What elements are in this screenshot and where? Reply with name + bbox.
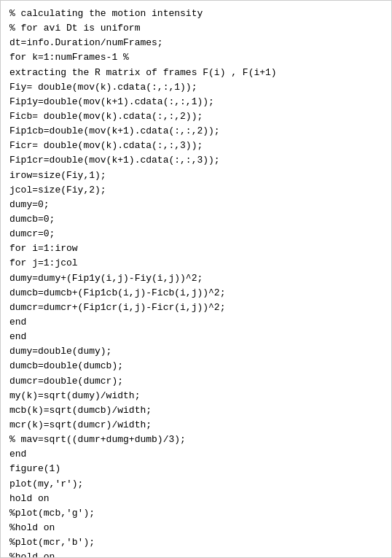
list-item: end bbox=[9, 330, 383, 344]
list-item: jcol=size(Fiy,2); bbox=[9, 183, 383, 198]
list-item: dt=info.Duration/numFrames; bbox=[9, 36, 383, 50]
list-item: dumcb=0; bbox=[9, 212, 383, 227]
list-item: dumcr=0; bbox=[9, 227, 383, 241]
list-item: figure(1) bbox=[9, 462, 383, 476]
list-item: dumcr=dumcr+(Fip1cr(i,j)-Ficr(i,j))^2; bbox=[9, 301, 383, 315]
list-item: dumy=0; bbox=[9, 198, 383, 212]
list-item: mcr(k)=sqrt(dumcr)/width; bbox=[9, 418, 383, 433]
list-item: Fip1cr=double(mov(k+1).cdata(:,:,3)); bbox=[9, 153, 383, 168]
list-item: for i=1:irow bbox=[9, 241, 383, 256]
list-item: end bbox=[9, 447, 383, 462]
list-item: % for avi Dt is uniform bbox=[9, 21, 383, 36]
list-item: for j=1:jcol bbox=[9, 256, 383, 271]
list-item: Ficb= double(mov(k).cdata(:,:,2)); bbox=[9, 109, 383, 124]
list-item: % mav=sqrt((dumr+dumg+dumb)/3); bbox=[9, 433, 383, 447]
list-item: Fip1cb=double(mov(k+1).cdata(:,:,2)); bbox=[9, 124, 383, 139]
list-item: % calculating the motion intensity bbox=[9, 7, 383, 21]
list-item: %plot(mcr,'b'); bbox=[9, 535, 383, 550]
list-item: dumcb=dumcb+(Fip1cb(i,j)-Ficb(i,j))^2; bbox=[9, 286, 383, 301]
list-item: Ficr= double(mov(k).cdata(:,:,3)); bbox=[9, 139, 383, 153]
list-item: %hold on bbox=[9, 550, 383, 558]
list-item: Fip1y=double(mov(k+1).cdata(:,:,1)); bbox=[9, 95, 383, 109]
list-item: %plot(mcb,'g'); bbox=[9, 506, 383, 521]
list-item: for k=1:numFrames-1 % bbox=[9, 50, 383, 65]
list-item: irow=size(Fiy,1); bbox=[9, 168, 383, 183]
list-item: dumy=double(dumy); bbox=[9, 344, 383, 359]
list-item: dumcb=double(dumcb); bbox=[9, 359, 383, 373]
list-item: hold on bbox=[9, 492, 383, 506]
list-item: Fiy= double(mov(k).cdata(:,:,1)); bbox=[9, 80, 383, 95]
list-item: %hold on bbox=[9, 521, 383, 535]
list-item: dumcr=double(dumcr); bbox=[9, 374, 383, 389]
list-item: plot(my,'r'); bbox=[9, 477, 383, 492]
list-item: dumy=dumy+(Fip1y(i,j)-Fiy(i,j))^2; bbox=[9, 271, 383, 286]
list-item: mcb(k)=sqrt(dumcb)/width; bbox=[9, 403, 383, 418]
list-item: extracting the R matrix of frames F(i) ,… bbox=[9, 66, 383, 80]
list-item: end bbox=[9, 315, 383, 330]
code-editor: % calculating the motion intensity% for … bbox=[0, 0, 392, 558]
list-item: my(k)=sqrt(dumy)/width; bbox=[9, 389, 383, 403]
